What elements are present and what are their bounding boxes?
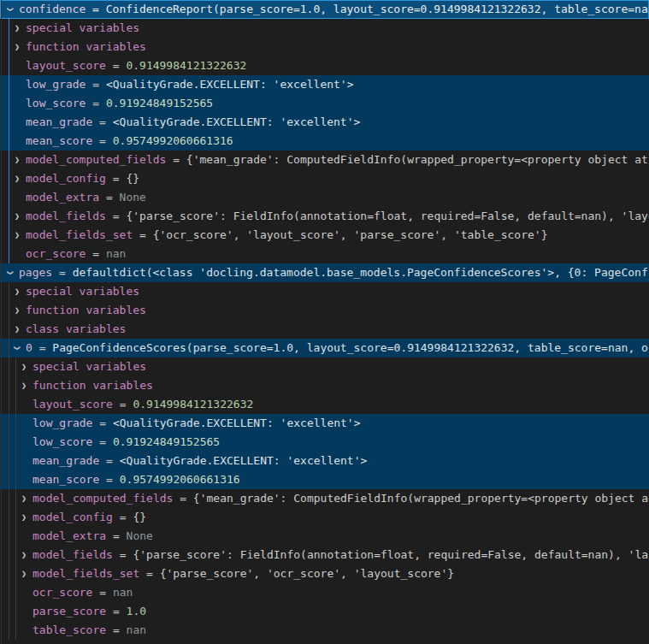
chevron-right-icon[interactable]: ❯ — [10, 226, 24, 245]
chevron-right-icon[interactable]: ❯ — [17, 508, 31, 527]
variable-name: model_extra — [26, 191, 99, 204]
equals-sign: = — [106, 529, 126, 542]
variable-row[interactable]: model_extra = None — [0, 188, 649, 207]
chevron-down-icon[interactable]: ❯ — [8, 341, 27, 355]
row-label: ocr_score = nan — [32, 583, 133, 602]
equals-sign: = — [173, 492, 192, 505]
variable-row[interactable]: parse_score = 1.0 — [0, 602, 649, 621]
variable-value: <QualityGrade.EXCELLENT: 'excellent'> — [113, 115, 361, 128]
variable-row[interactable]: ❯confidence = ConfidenceReport(parse_sco… — [0, 0, 649, 19]
variable-value: 0.91924849152565 — [106, 97, 213, 109]
chevron-right-icon[interactable]: ❯ — [17, 489, 31, 508]
variable-row[interactable]: low_grade = <QualityGrade.EXCELLENT: 'ex… — [0, 414, 649, 433]
variable-row[interactable]: ocr_score = nan — [0, 583, 649, 602]
chevron-right-icon[interactable]: ❯ — [10, 169, 24, 188]
variable-row[interactable]: ❯pages = defaultdict(<class 'docling.dat… — [0, 263, 649, 282]
equals-sign: = — [86, 78, 105, 91]
chevron-right-icon[interactable]: ❯ — [10, 282, 24, 301]
chevron-right-icon[interactable]: ❯ — [10, 38, 24, 56]
variable-name: model_fields_set — [32, 567, 139, 580]
variable-value: {} — [126, 172, 139, 185]
group-row[interactable]: ❯class variables — [0, 320, 649, 339]
variable-row[interactable]: ❯model_fields = {'parse_score': FieldInf… — [0, 207, 649, 226]
variable-row[interactable]: low_score = 0.91924849152565 — [0, 433, 649, 452]
chevron-right-icon[interactable]: ❯ — [17, 546, 31, 564]
equals-sign: = — [99, 454, 119, 467]
chevron-right-icon[interactable]: ❯ — [10, 151, 24, 169]
group-row[interactable]: ❯function variables — [0, 376, 649, 395]
group-row[interactable]: ❯function variables — [0, 38, 649, 56]
group-row[interactable]: ❯special variables — [0, 357, 649, 376]
variable-row[interactable]: layout_score = 0.9149984121322632 — [0, 56, 649, 75]
group-row[interactable]: ❯special variables — [0, 282, 649, 301]
variable-name: parse_score — [32, 605, 106, 617]
row-label: model_fields_set = {'parse_score', 'ocr_… — [32, 564, 454, 583]
row-label: ocr_score = nan — [26, 245, 126, 263]
chevron-right-icon[interactable]: ❯ — [10, 19, 24, 38]
variable-row[interactable]: ❯0 = PageConfidenceScores(parse_score=1.… — [0, 339, 649, 357]
chevron-down-icon[interactable]: ❯ — [1, 3, 20, 16]
equals-sign: = — [133, 228, 152, 241]
variable-name: ocr_score — [32, 586, 92, 599]
variable-value: {'parse_score': FieldInfo(annotation=flo… — [133, 548, 648, 561]
variable-row[interactable]: table_score = nan — [0, 621, 649, 640]
variable-row[interactable]: mean_score = 0.9574992060661316 — [0, 132, 649, 151]
variable-value: {'ocr_score', 'layout_score', 'parse_sco… — [153, 228, 548, 241]
variable-name: low_score — [26, 97, 86, 109]
row-label: 0 = PageConfidenceScores(parse_score=1.0… — [26, 339, 649, 357]
variable-name: model_extra — [32, 529, 106, 542]
equals-sign: = — [92, 586, 112, 599]
variable-row[interactable]: ❯model_config = {} — [0, 169, 649, 188]
row-label: low_score = 0.91924849152565 — [26, 94, 213, 113]
variable-name: low_score — [32, 435, 92, 448]
group-row[interactable]: ❯function variables — [0, 301, 649, 320]
equals-sign: = — [92, 417, 112, 429]
variable-name: mean_grade — [32, 454, 99, 467]
variable-row[interactable]: layout_score = 0.9149984121322632 — [0, 395, 649, 414]
variable-row[interactable]: ocr_score = nan — [0, 245, 649, 263]
equals-sign: = — [92, 134, 112, 147]
variable-row[interactable]: ❯model_computed_fields = {'mean_grade': … — [0, 489, 649, 508]
variable-name: model_config — [32, 511, 113, 523]
variable-row[interactable]: ❯model_fields = {'parse_score': FieldInf… — [0, 546, 649, 564]
variable-name: class variables — [26, 322, 126, 335]
equals-sign: = — [92, 115, 112, 128]
variable-row[interactable]: ❯model_fields_set = {'ocr_score', 'layou… — [0, 226, 649, 245]
variable-name: low_grade — [26, 78, 86, 91]
variable-value: 0.91924849152565 — [113, 435, 220, 448]
variable-row[interactable]: mean_score = 0.9574992060661316 — [0, 470, 649, 489]
chevron-right-icon[interactable]: ❯ — [17, 357, 31, 376]
variable-row[interactable]: low_score = 0.91924849152565 — [0, 94, 649, 113]
variable-row[interactable]: ❯model_fields_set = {'parse_score', 'ocr… — [0, 564, 649, 583]
chevron-right-icon[interactable]: ❯ — [17, 564, 31, 583]
variable-name: model_computed_fields — [26, 153, 166, 166]
group-row[interactable]: ❯special variables — [0, 19, 649, 38]
chevron-right-icon[interactable]: ❯ — [17, 376, 31, 395]
row-label: function variables — [32, 376, 153, 395]
chevron-right-icon[interactable]: ❯ — [10, 301, 24, 320]
chevron-right-icon[interactable]: ❯ — [10, 207, 24, 226]
row-label: function variables — [26, 301, 146, 320]
variable-row[interactable]: mean_grade = <QualityGrade.EXCELLENT: 'e… — [0, 452, 649, 470]
variable-name: special variables — [26, 21, 139, 34]
variable-name: model_computed_fields — [32, 492, 173, 505]
row-label: layout_score = 0.9149984121322632 — [32, 395, 253, 414]
variable-name: pages — [19, 266, 52, 279]
variable-row[interactable]: ❯model_config = {} — [0, 508, 649, 527]
variable-name: mean_score — [26, 134, 92, 147]
variable-value: nan — [113, 586, 133, 599]
chevron-right-icon[interactable]: ❯ — [10, 320, 24, 339]
variable-row[interactable]: ❯model_computed_fields = {'mean_grade': … — [0, 151, 649, 169]
variables-panel: ❯confidence = ConfidenceReport(parse_sco… — [0, 0, 649, 644]
equals-sign: = — [86, 97, 105, 109]
variable-row[interactable]: low_grade = <QualityGrade.EXCELLENT: 'ex… — [0, 75, 649, 94]
variable-value: 1.0 — [127, 605, 146, 617]
variable-name: 0 — [26, 341, 32, 354]
variable-row[interactable]: mean_grade = <QualityGrade.EXCELLENT: 'e… — [0, 113, 649, 132]
chevron-down-icon[interactable]: ❯ — [1, 266, 20, 280]
variable-row[interactable]: model_extra = None — [0, 527, 649, 546]
equals-sign: = — [32, 341, 52, 354]
variable-value: 0.9149984121322632 — [133, 398, 253, 411]
row-label: model_config = {} — [32, 508, 146, 527]
row-label: layout_score = 0.9149984121322632 — [26, 56, 246, 75]
